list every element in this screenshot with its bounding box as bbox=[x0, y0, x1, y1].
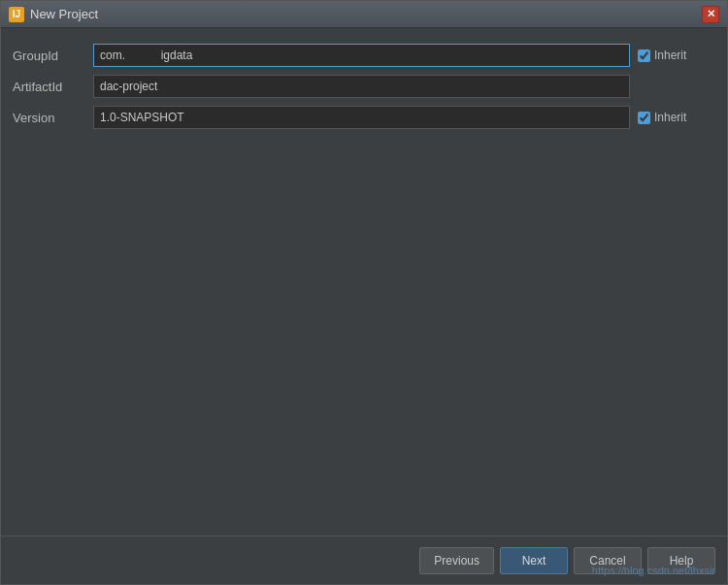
version-inherit-checkbox[interactable] bbox=[638, 112, 650, 124]
title-bar-left: IJ New Project bbox=[9, 7, 98, 22]
help-button[interactable]: Help bbox=[647, 547, 715, 574]
window-title: New Project bbox=[30, 7, 98, 21]
next-button[interactable]: Next bbox=[500, 547, 568, 574]
artifactid-input[interactable] bbox=[93, 75, 630, 98]
groupid-input[interactable] bbox=[93, 44, 630, 67]
groupid-inherit-label: Inherit bbox=[654, 49, 686, 62]
form-area: GroupId Inherit ArtifactId Inherit Versi… bbox=[13, 44, 715, 129]
version-label: Version bbox=[13, 111, 85, 125]
version-input[interactable] bbox=[93, 106, 630, 129]
close-button[interactable]: ✕ bbox=[702, 6, 719, 23]
groupid-row: GroupId Inherit bbox=[13, 44, 715, 67]
dialog-content: GroupId Inherit ArtifactId Inherit Versi… bbox=[1, 28, 727, 536]
groupid-label: GroupId bbox=[13, 49, 85, 63]
app-icon-label: IJ bbox=[13, 9, 20, 19]
bottom-bar: Previous Next Cancel Help bbox=[1, 536, 727, 584]
content-spacer bbox=[13, 129, 715, 524]
groupid-inherit-checkbox[interactable] bbox=[638, 49, 650, 62]
version-inherit-area: Inherit bbox=[638, 111, 715, 124]
cancel-button[interactable]: Cancel bbox=[574, 547, 642, 574]
app-icon: IJ bbox=[9, 7, 24, 22]
artifactid-row: ArtifactId Inherit bbox=[13, 75, 715, 98]
version-inherit-label: Inherit bbox=[654, 111, 686, 124]
groupid-inherit-area: Inherit bbox=[638, 49, 715, 62]
previous-button[interactable]: Previous bbox=[419, 547, 494, 574]
version-row: Version Inherit bbox=[13, 106, 715, 129]
artifactid-label: ArtifactId bbox=[13, 80, 85, 94]
title-bar: IJ New Project ✕ bbox=[1, 1, 727, 28]
dialog-window: IJ New Project ✕ GroupId Inherit Artifac… bbox=[0, 0, 728, 585]
